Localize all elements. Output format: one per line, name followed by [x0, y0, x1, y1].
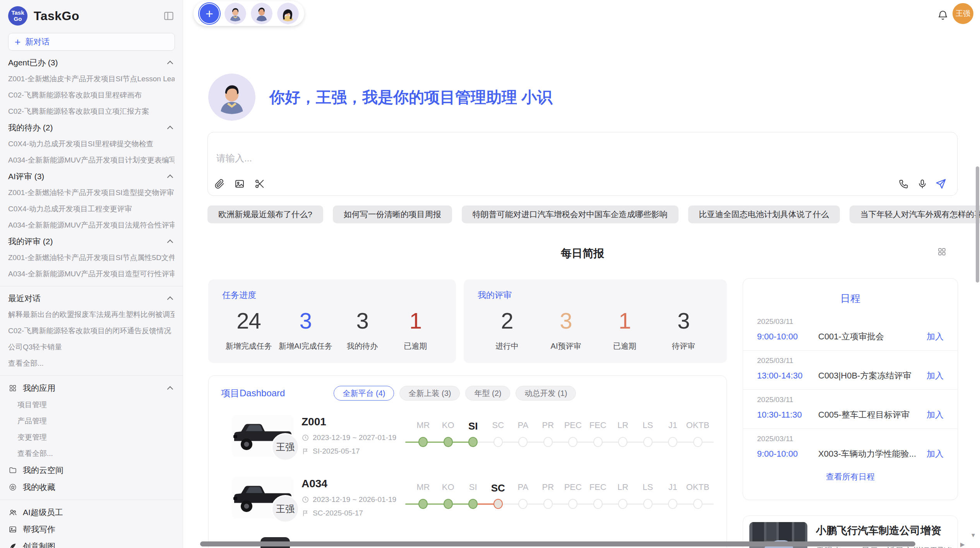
list-item[interactable]: A034-全新新能源MUV产品开发项目造型可行性评审: [8, 266, 175, 282]
schedule-entry: 2025/03/11 9:00-10:00 C001-立项审批会 加入: [743, 312, 958, 350]
tab-powertrain[interactable]: 动总开发 (1): [516, 386, 576, 401]
tab-year-model[interactable]: 年型 (2): [465, 386, 510, 401]
list-item[interactable]: C02-飞腾新能源轻客改款项目里程碑画布: [8, 87, 175, 103]
suggestion-chip[interactable]: 特朗普可能对进口汽车增税会对中国车企造成哪些影响: [462, 206, 678, 223]
list-item[interactable]: 解释最新出台的欧盟报废车法规再生塑料比例被调至15%...: [8, 307, 175, 323]
milestone-dot-overdue: [493, 499, 503, 509]
user-avatar[interactable]: 王强: [953, 3, 973, 24]
schedule-time: 13:00-14:30: [757, 371, 818, 381]
my-review-card: 我的评审 2 进行中 3 AI预评审 1 已逾期 3 待评审: [464, 279, 727, 363]
sidebar-item-favorites[interactable]: 我的收藏: [8, 479, 175, 496]
section-header-my-review[interactable]: 我的评审 (2): [8, 233, 175, 250]
flag-icon: [302, 447, 309, 455]
milestone-dot-todo: [593, 437, 603, 447]
milestone-dot-current: [468, 437, 478, 447]
collapse-sidebar-icon[interactable]: [163, 10, 175, 22]
sidebar-item-my-apps[interactable]: 我的应用: [8, 380, 175, 397]
schedule-event-title: C003|H0B-方案冻结评审: [818, 370, 927, 382]
milestone-dot-todo: [543, 499, 553, 509]
stat-ai-prereview: 3 AI预评审: [543, 308, 589, 351]
section-header-ai-review[interactable]: AI评审 (3): [8, 168, 175, 185]
suggestion-chip[interactable]: 如何写一份清晰的项目周报: [333, 206, 452, 223]
list-item[interactable]: C02-飞腾新能源轻客改款项目立项汇报方案: [8, 103, 175, 120]
chevron-up-icon: [167, 386, 173, 392]
schedule-event-title: X003-车辆动力学性能验...: [818, 448, 927, 460]
view-all-schedule-link[interactable]: 查看所有日程: [743, 471, 958, 482]
list-item[interactable]: A034-全新新能源MUV产品开发项目法规符合性评审: [8, 217, 175, 233]
view-all-apps[interactable]: 查看全部...: [8, 445, 175, 462]
new-chat-label: 新对话: [25, 36, 50, 47]
image-upload-icon[interactable]: [233, 178, 246, 190]
clock-icon: [302, 496, 309, 503]
sidebar-item-cloud-space[interactable]: 我的云空间: [8, 462, 175, 479]
join-link[interactable]: 加入: [927, 448, 944, 460]
sidebar-item-ai-employee[interactable]: AI超级员工: [8, 504, 175, 521]
sidebar-item-creative-draw[interactable]: 创意制图: [8, 538, 175, 548]
vertical-scrollbar[interactable]: [976, 166, 979, 283]
project-row[interactable]: 王强 A034 2023-12-19 ~ 2026-01-19 SC-2025-…: [209, 474, 727, 533]
scissors-icon[interactable]: [254, 178, 266, 190]
sidebar-item-product-mgmt[interactable]: 产品管理: [8, 413, 175, 429]
project-flag-date: SI-2025-05-17: [302, 447, 360, 456]
clock-icon: [302, 434, 309, 442]
suggestion-chips: 欧洲新规最近颁布了什么? 如何写一份清晰的项目周报 特朗普可能对进口汽车增税会对…: [207, 206, 958, 223]
stat-my-todo: 3 我的待办: [339, 308, 385, 351]
suggestion-chip[interactable]: 比亚迪全固态电池计划具体说了什么: [688, 206, 840, 223]
section-header-recent-chats[interactable]: 最近对话: [8, 290, 175, 307]
avatar[interactable]: [251, 3, 272, 24]
scroll-down-arrow[interactable]: ▼: [970, 532, 976, 538]
phone-call-icon[interactable]: [898, 178, 910, 190]
list-item[interactable]: C02-飞腾新能源轻客改款项目的闭环通告反馈情况: [8, 323, 175, 339]
schedule-time: 9:00-10:00: [757, 449, 818, 459]
stat-pending-review: 3 待评审: [660, 308, 707, 351]
milestone-dot-todo: [643, 437, 653, 447]
avatar[interactable]: [224, 3, 246, 24]
project-dates: 2023-12-19 ~ 2026-01-19: [302, 495, 396, 504]
layout-grid-icon[interactable]: [937, 247, 947, 258]
sidebar-item-help-write[interactable]: 帮我写作: [8, 521, 175, 538]
join-link[interactable]: 加入: [927, 409, 944, 421]
avatar[interactable]: [277, 3, 299, 24]
tab-new-body[interactable]: 全新上装 (3): [399, 386, 460, 401]
divider: [0, 286, 183, 286]
join-link[interactable]: 加入: [927, 370, 944, 382]
list-item[interactable]: 公司Q3轻卡销量: [8, 339, 175, 355]
horizontal-scrollbar[interactable]: [200, 541, 915, 546]
scroll-right-arrow[interactable]: ▶: [960, 541, 965, 548]
sidebar-item-project-mgmt[interactable]: 项目管理: [8, 397, 175, 413]
suggestion-chip[interactable]: 当下年轻人对汽车外观有怎样的喜好趋势: [850, 206, 980, 223]
milestone-dot-todo: [618, 499, 627, 509]
divider: [0, 375, 183, 376]
join-link[interactable]: 加入: [927, 331, 944, 342]
new-chat-button[interactable]: + 新对话: [8, 33, 175, 51]
chat-input[interactable]: [216, 152, 680, 164]
milestone-dot-todo: [518, 499, 528, 509]
add-agent-button[interactable]: +: [199, 3, 220, 24]
list-item[interactable]: Z001-全新燃油轻卡产品开发项目SI节点属性5D文件评审: [8, 250, 175, 266]
notification-bell-icon[interactable]: [937, 10, 949, 23]
list-item[interactable]: A034-全新新能源MUV产品开发项目计划变更表编写: [8, 152, 175, 168]
assistant-avatar: [208, 74, 255, 121]
list-item[interactable]: Z001-全新燃油皮卡产品开发项目SI节点Lesson Learn报告: [8, 71, 175, 87]
milestone-dot-todo: [618, 437, 627, 447]
attachment-icon[interactable]: [213, 178, 226, 190]
microphone-icon[interactable]: [916, 178, 929, 190]
schedule-time: 9:00-10:00: [757, 332, 818, 342]
image-icon: [8, 525, 17, 534]
section-header-agent-done[interactable]: Agent已办 (3): [8, 55, 175, 71]
list-item[interactable]: C0X4-动力总成开发项目SI里程碑提交物检查: [8, 136, 175, 152]
app-logo: Task Go: [8, 6, 27, 26]
chevron-up-icon: [167, 61, 173, 67]
tab-new-platform[interactable]: 全新平台 (4): [334, 386, 394, 401]
suggestion-chip[interactable]: 欧洲新规最近颁布了什么?: [207, 206, 323, 223]
milestone-dot-todo: [643, 499, 653, 509]
schedule-date: 2025/03/11: [757, 356, 944, 365]
list-item[interactable]: Z001-全新燃油轻卡产品开发项目SI造型提交物评审: [8, 185, 175, 201]
greeting-block: 你好，王强，我是你的项目管理助理 小识: [208, 74, 552, 121]
send-icon[interactable]: [935, 178, 947, 190]
section-header-my-todo[interactable]: 我的待办 (2): [8, 120, 175, 136]
sidebar-item-change-mgmt[interactable]: 变更管理: [8, 429, 175, 445]
list-item[interactable]: C0X4-动力总成开发项目工程变更评审: [8, 201, 175, 217]
project-row[interactable]: 王强 Z001 2023-12-19 ~ 2027-01-19 SI-2025-…: [209, 413, 727, 471]
view-all-chats[interactable]: 查看全部...: [8, 355, 175, 372]
